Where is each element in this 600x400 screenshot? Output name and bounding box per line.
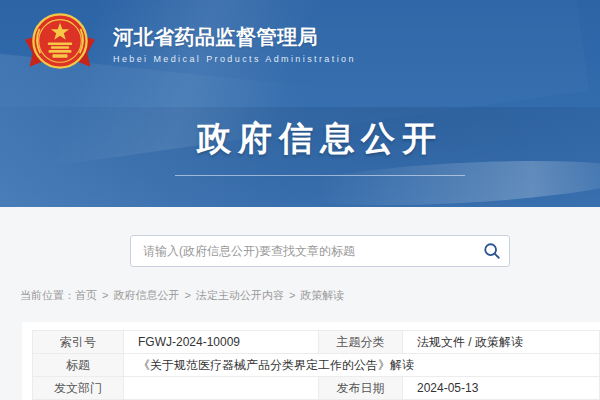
national-emblem-icon — [13, 9, 107, 79]
search-box — [130, 235, 510, 267]
table-row: 发文部门 发布日期 2024-05-13 — [33, 377, 600, 400]
publish-date-label: 发布日期 — [319, 377, 403, 400]
topic-category-value: 法规文件 / 政策解读 — [403, 331, 600, 354]
breadcrumb-item-statutory-disclosure[interactable]: 法定主动公开内容 — [196, 289, 284, 301]
breadcrumb-item-home[interactable]: 首页 — [75, 289, 97, 301]
site-header[interactable]: 河北省药品监督管理局 Hebei Medical Products Admini… — [13, 9, 356, 79]
banner-title-wrap: 政府信息公开 — [0, 116, 600, 176]
breadcrumb-separator: > — [102, 289, 108, 301]
page: 河北省药品监督管理局 Hebei Medical Products Admini… — [0, 0, 600, 400]
site-subtitle: Hebei Medical Products Administration — [113, 54, 356, 65]
page-title: 政府信息公开 — [0, 116, 600, 162]
index-number-value: FGWJ-2024-10009 — [124, 331, 319, 354]
breadcrumb-separator: > — [289, 289, 295, 301]
breadcrumb: 当前位置：首页>政府信息公开>法定主动公开内容>政策解读 — [20, 288, 344, 302]
table-row: 标题 《关于规范医疗器械产品分类界定工作的公告》解读 — [33, 354, 600, 377]
banner-underline — [175, 175, 465, 176]
title-value: 《关于规范医疗器械产品分类界定工作的公告》解读 — [124, 354, 600, 377]
publish-date-value: 2024-05-13 — [403, 377, 600, 400]
breadcrumb-prefix: 当前位置： — [20, 289, 75, 301]
breadcrumb-separator: > — [184, 289, 190, 301]
issuing-department-value — [124, 377, 319, 400]
issuing-department-label: 发文部门 — [33, 377, 124, 400]
search-icon — [483, 242, 501, 260]
content-panel: 索引号 FGWJ-2024-10009 主题分类 法规文件 / 政策解读 标题 … — [22, 322, 600, 400]
site-title: 河北省药品监督管理局 — [113, 24, 356, 50]
index-number-label: 索引号 — [33, 331, 124, 354]
document-info-table: 索引号 FGWJ-2024-10009 主题分类 法规文件 / 政策解读 标题 … — [32, 330, 600, 400]
title-label: 标题 — [33, 354, 124, 377]
table-row: 索引号 FGWJ-2024-10009 主题分类 法规文件 / 政策解读 — [33, 331, 600, 354]
search-input[interactable] — [131, 244, 475, 258]
top-banner: 河北省药品监督管理局 Hebei Medical Products Admini… — [0, 0, 600, 207]
site-title-block: 河北省药品监督管理局 Hebei Medical Products Admini… — [113, 24, 356, 65]
search-button[interactable] — [475, 236, 509, 266]
breadcrumb-item-policy-interpretation[interactable]: 政策解读 — [300, 289, 344, 301]
breadcrumb-item-info-disclosure[interactable]: 政府信息公开 — [113, 289, 179, 301]
topic-category-label: 主题分类 — [319, 331, 403, 354]
